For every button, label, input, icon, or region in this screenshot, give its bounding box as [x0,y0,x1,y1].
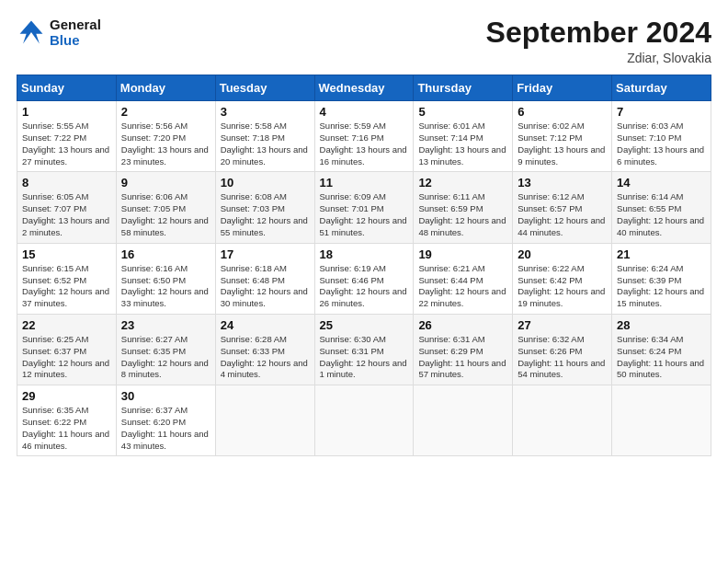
cell-info: Sunrise: 6:21 AMSunset: 6:44 PMDaylight:… [418,263,506,308]
cell-info: Sunrise: 6:30 AMSunset: 6:31 PMDaylight:… [320,334,407,379]
day-number: 6 [518,105,607,119]
cell-info: Sunrise: 6:18 AMSunset: 6:48 PMDaylight:… [221,263,308,308]
day-number: 29 [22,389,111,403]
logo: General Blue [17,17,101,48]
calendar-cell-30: 30Sunrise: 6:37 AMSunset: 6:20 PMDayligh… [116,385,215,456]
calendar-cell-17: 17Sunrise: 6:18 AMSunset: 6:48 PMDayligh… [215,243,314,314]
calendar-cell-1: 1Sunrise: 5:55 AMSunset: 7:22 PMDaylight… [17,101,117,172]
day-number: 10 [221,176,310,190]
cell-info: Sunrise: 6:35 AMSunset: 6:22 PMDaylight:… [22,405,109,450]
calendar-cell-16: 16Sunrise: 6:16 AMSunset: 6:50 PMDayligh… [116,243,215,314]
cell-info: Sunrise: 6:37 AMSunset: 6:20 PMDaylight:… [121,405,209,450]
day-number: 24 [221,318,310,332]
day-number: 14 [617,176,706,190]
cell-info: Sunrise: 6:09 AMSunset: 7:01 PMDaylight:… [320,191,407,236]
cell-info: Sunrise: 6:19 AMSunset: 6:46 PMDaylight:… [320,263,407,308]
cell-info: Sunrise: 6:24 AMSunset: 6:39 PMDaylight:… [617,263,704,308]
calendar-cell-empty [314,385,414,456]
calendar-cell-empty [612,385,711,456]
day-number: 19 [418,247,507,261]
calendar-cell-11: 11Sunrise: 6:09 AMSunset: 7:01 PMDayligh… [314,172,414,243]
cell-info: Sunrise: 6:11 AMSunset: 6:59 PMDaylight:… [418,191,506,236]
calendar-cell-21: 21Sunrise: 6:24 AMSunset: 6:39 PMDayligh… [612,243,711,314]
day-number: 13 [518,176,607,190]
calendar-cell-14: 14Sunrise: 6:14 AMSunset: 6:55 PMDayligh… [612,172,711,243]
calendar-table: SundayMondayTuesdayWednesdayThursdayFrid… [17,75,711,456]
calendar-cell-9: 9Sunrise: 6:06 AMSunset: 7:05 PMDaylight… [116,172,215,243]
calendar-cell-15: 15Sunrise: 6:15 AMSunset: 6:52 PMDayligh… [17,243,117,314]
calendar-cell-10: 10Sunrise: 6:08 AMSunset: 7:03 PMDayligh… [215,172,314,243]
day-number: 8 [22,176,111,190]
day-number: 11 [320,176,409,190]
weekday-header-friday: Friday [513,75,612,101]
weekday-header-thursday: Thursday [414,75,513,101]
day-number: 18 [320,247,409,261]
day-number: 2 [121,105,210,119]
cell-info: Sunrise: 6:08 AMSunset: 7:03 PMDaylight:… [221,191,308,236]
cell-info: Sunrise: 6:32 AMSunset: 6:26 PMDaylight:… [518,334,605,379]
cell-info: Sunrise: 6:22 AMSunset: 6:42 PMDaylight:… [518,263,605,308]
calendar-cell-22: 22Sunrise: 6:25 AMSunset: 6:37 PMDayligh… [17,314,117,385]
svg-marker-0 [20,21,43,44]
calendar-cell-28: 28Sunrise: 6:34 AMSunset: 6:24 PMDayligh… [612,314,711,385]
calendar-cell-empty [215,385,314,456]
day-number: 4 [320,105,409,119]
calendar-cell-18: 18Sunrise: 6:19 AMSunset: 6:46 PMDayligh… [314,243,414,314]
calendar-cell-7: 7Sunrise: 6:03 AMSunset: 7:10 PMDaylight… [612,101,711,172]
day-number: 3 [221,105,310,119]
day-number: 1 [22,105,111,119]
logo-text: General Blue [50,17,101,48]
calendar-cell-4: 4Sunrise: 5:59 AMSunset: 7:16 PMDaylight… [314,101,414,172]
cell-info: Sunrise: 6:27 AMSunset: 6:35 PMDaylight:… [121,334,209,379]
month-title: September 2024 [486,17,711,49]
calendar-cell-2: 2Sunrise: 5:56 AMSunset: 7:20 PMDaylight… [116,101,215,172]
cell-info: Sunrise: 5:56 AMSunset: 7:20 PMDaylight:… [121,121,209,166]
cell-info: Sunrise: 6:12 AMSunset: 6:57 PMDaylight:… [518,191,605,236]
cell-info: Sunrise: 6:02 AMSunset: 7:12 PMDaylight:… [518,121,605,166]
calendar-cell-3: 3Sunrise: 5:58 AMSunset: 7:18 PMDaylight… [215,101,314,172]
cell-info: Sunrise: 6:06 AMSunset: 7:05 PMDaylight:… [121,191,209,236]
calendar-week-4: 22Sunrise: 6:25 AMSunset: 6:37 PMDayligh… [17,314,711,385]
logo-icon [17,17,46,47]
day-number: 27 [518,318,607,332]
calendar-cell-27: 27Sunrise: 6:32 AMSunset: 6:26 PMDayligh… [513,314,612,385]
day-number: 5 [418,105,507,119]
day-number: 22 [22,318,111,332]
day-number: 7 [617,105,706,119]
cell-info: Sunrise: 6:25 AMSunset: 6:37 PMDaylight:… [22,334,109,379]
cell-info: Sunrise: 5:58 AMSunset: 7:18 PMDaylight:… [221,121,308,166]
calendar-cell-6: 6Sunrise: 6:02 AMSunset: 7:12 PMDaylight… [513,101,612,172]
cell-info: Sunrise: 5:55 AMSunset: 7:22 PMDaylight:… [22,121,109,166]
calendar-cell-19: 19Sunrise: 6:21 AMSunset: 6:44 PMDayligh… [414,243,513,314]
day-number: 20 [518,247,607,261]
calendar-cell-24: 24Sunrise: 6:28 AMSunset: 6:33 PMDayligh… [215,314,314,385]
calendar-page: General Blue September 2024 Zdiar, Slova… [0,0,728,563]
day-number: 30 [121,389,210,403]
calendar-week-2: 8Sunrise: 6:05 AMSunset: 7:07 PMDaylight… [17,172,711,243]
weekday-header-monday: Monday [116,75,215,101]
calendar-week-5: 29Sunrise: 6:35 AMSunset: 6:22 PMDayligh… [17,385,711,456]
day-number: 23 [121,318,210,332]
weekday-header-sunday: Sunday [17,75,117,101]
day-number: 17 [221,247,310,261]
cell-info: Sunrise: 6:14 AMSunset: 6:55 PMDaylight:… [617,191,704,236]
cell-info: Sunrise: 6:31 AMSunset: 6:29 PMDaylight:… [418,334,506,379]
calendar-cell-13: 13Sunrise: 6:12 AMSunset: 6:57 PMDayligh… [513,172,612,243]
calendar-cell-20: 20Sunrise: 6:22 AMSunset: 6:42 PMDayligh… [513,243,612,314]
day-number: 12 [418,176,507,190]
title-block: September 2024 Zdiar, Slovakia [486,17,711,65]
calendar-cell-empty [414,385,513,456]
weekday-header-saturday: Saturday [612,75,711,101]
day-number: 15 [22,247,111,261]
location: Zdiar, Slovakia [486,51,711,65]
day-number: 21 [617,247,706,261]
weekday-header-tuesday: Tuesday [215,75,314,101]
cell-info: Sunrise: 6:03 AMSunset: 7:10 PMDaylight:… [617,121,704,166]
cell-info: Sunrise: 6:16 AMSunset: 6:50 PMDaylight:… [121,263,209,308]
calendar-cell-23: 23Sunrise: 6:27 AMSunset: 6:35 PMDayligh… [116,314,215,385]
calendar-week-3: 15Sunrise: 6:15 AMSunset: 6:52 PMDayligh… [17,243,711,314]
cell-info: Sunrise: 6:28 AMSunset: 6:33 PMDaylight:… [221,334,308,379]
calendar-cell-12: 12Sunrise: 6:11 AMSunset: 6:59 PMDayligh… [414,172,513,243]
calendar-cell-25: 25Sunrise: 6:30 AMSunset: 6:31 PMDayligh… [314,314,414,385]
cell-info: Sunrise: 6:05 AMSunset: 7:07 PMDaylight:… [22,191,109,236]
